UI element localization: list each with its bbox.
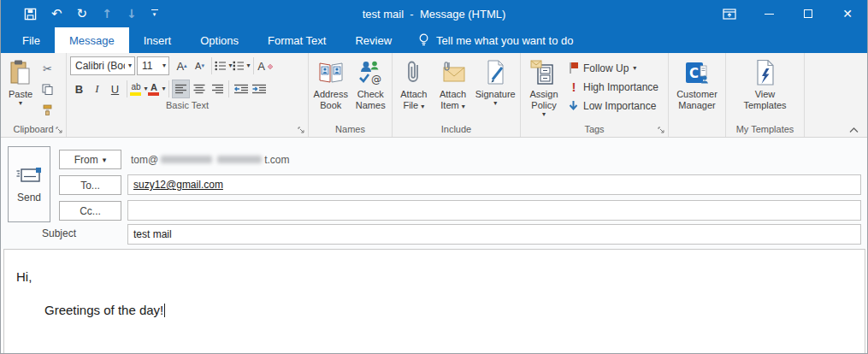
ribbon: Paste ▾ ✂ Clipboard [1,53,867,138]
tab-format-text[interactable]: Format Text [253,27,340,53]
text-highlight-button[interactable]: ab ▾ [130,80,148,98]
window-controls: ✕ [710,0,867,27]
high-importance-button[interactable]: ! High Importance [569,79,658,95]
tab-options[interactable]: Options [186,27,253,53]
maximize-button[interactable] [788,0,828,27]
underline-button[interactable]: U [106,80,124,98]
paste-button[interactable]: Paste ▾ [3,55,38,107]
chevron-down-icon: ▾ [228,62,232,69]
svg-text:C: C [689,66,699,81]
minimize-button[interactable] [749,0,788,27]
shrink-font-button[interactable]: A▾ [191,56,209,75]
message-body[interactable]: Hi, Greetings of the day! [3,249,865,353]
font-color-button[interactable]: A ▾ [148,80,166,98]
group-names: Address Book @ Check Names Names [309,53,393,137]
group-tags: Assign Policy ▾ Follow Up ▾ ! High Impor… [521,53,669,137]
tab-file[interactable]: File [8,27,55,53]
tags-dialog-launcher-icon[interactable] [658,127,665,134]
decrease-indent-button[interactable] [232,80,250,98]
my-templates-group-label: My Templates [726,122,804,137]
send-button[interactable]: Send [8,146,50,222]
chevron-down-icon: ▾ [246,62,250,69]
signature-icon [482,57,508,88]
bold-button[interactable]: B [70,80,88,98]
align-left-button[interactable] [172,80,190,98]
low-importance-button[interactable]: Low Importance [569,97,658,114]
close-button[interactable]: ✕ [828,0,867,27]
paste-dropdown-icon: ▾ [19,100,22,107]
subject-value: test mail [133,228,172,240]
chevron-down-icon: ▾ [162,62,166,69]
grow-font-button[interactable]: A▴ [173,56,191,75]
text-cursor [164,304,165,317]
redacted-text [161,156,212,163]
follow-up-button[interactable]: Follow Up ▾ [569,60,658,76]
ribbon-tabs: File Message Insert Options Format Text … [1,27,867,53]
font-size-select[interactable]: 11 ▾ [137,56,169,75]
bullets-button[interactable]: ▾ [215,56,233,75]
to-button[interactable]: To... [59,175,121,195]
italic-button[interactable]: I [88,80,106,98]
flag-icon [569,62,579,74]
font-name-select[interactable]: Calibri (Boc ▾ [70,56,135,75]
attach-item-button[interactable]: Attach Item ▾ [434,55,473,111]
group-clipboard: Paste ▾ ✂ Clipboard [1,53,67,137]
check-names-button[interactable]: @ Check Names [351,55,390,111]
quick-access-toolbar: ↶ ↻ ↑ ↓ ▾ [1,8,158,21]
attach-file-button[interactable]: Attach File ▾ [394,55,434,111]
redo-icon[interactable]: ↻ [77,8,88,21]
chevron-down-icon: ▾ [633,65,636,72]
view-templates-button[interactable]: View Templates [737,55,794,111]
group-basic-text: Calibri (Boc ▾ 11 ▾ A▴ A▾ ▾ [67,53,309,137]
redacted-text [217,156,262,163]
next-item-icon: ↓ [127,8,137,20]
chevron-down-icon: ▾ [162,86,165,92]
clear-formatting-button[interactable]: A [257,56,275,75]
from-value: tom@t.com [131,150,290,169]
assign-policy-icon [530,57,558,88]
down-arrow-icon [569,100,579,111]
send-icon [16,166,42,183]
customer-manager-button[interactable]: C Customer Manager [670,55,723,111]
send-label: Send [17,192,41,204]
customize-quick-access-icon[interactable]: ▾ [151,9,158,18]
numbering-button[interactable]: ▾ [233,56,251,75]
previous-item-icon: ↑ [102,8,112,20]
format-painter-icon[interactable] [38,100,56,119]
copy-icon[interactable] [38,80,56,98]
group-include: Attach File ▾ Attach Item ▾ Signature ▾ … [393,53,521,137]
subject-field[interactable]: test mail [127,224,861,245]
format-controls-row: B I U ab ▾ A ▾ [70,80,306,98]
attach-item-icon [440,57,467,88]
from-button[interactable]: From ▾ [59,150,121,169]
cc-button[interactable]: Cc... [59,201,121,221]
ribbon-display-options-icon[interactable] [710,0,749,27]
cc-field[interactable] [127,200,861,221]
collapse-ribbon-icon[interactable] [849,127,859,133]
save-icon[interactable] [24,8,37,21]
paste-icon [8,57,33,88]
address-book-button[interactable]: Address Book [310,55,351,111]
clipboard-dialog-launcher-icon[interactable] [56,127,63,134]
tell-me-box[interactable]: Tell me what you want to do [418,27,573,53]
cut-icon[interactable]: ✂ [38,59,56,78]
to-field[interactable]: suzy12@gmail.com [127,174,861,195]
titlebar: ↶ ↻ ↑ ↓ ▾ test mail - Message (HTML) ✕ [1,0,867,27]
body-line-message: Greetings of the day! [44,303,163,317]
basic-text-dialog-launcher-icon[interactable] [298,127,305,134]
lightbulb-icon [418,33,429,47]
tab-review[interactable]: Review [340,27,406,53]
assign-policy-button[interactable]: Assign Policy ▾ [523,55,565,118]
chevron-down-icon: ▾ [128,62,132,69]
paperclip-icon [405,57,422,88]
tab-insert[interactable]: Insert [129,27,186,53]
signature-button[interactable]: Signature ▾ [472,55,518,107]
outlook-message-window: ↶ ↻ ↑ ↓ ▾ test mail - Message (HTML) ✕ F… [0,0,868,354]
undo-icon[interactable]: ↶ [51,8,62,21]
group-my-templates: View Templates My Templates [726,53,805,137]
align-right-button[interactable] [208,80,226,98]
align-center-button[interactable] [190,80,208,98]
chevron-down-icon: ▾ [421,103,424,110]
increase-indent-button[interactable] [250,80,268,98]
tab-message[interactable]: Message [55,27,129,53]
